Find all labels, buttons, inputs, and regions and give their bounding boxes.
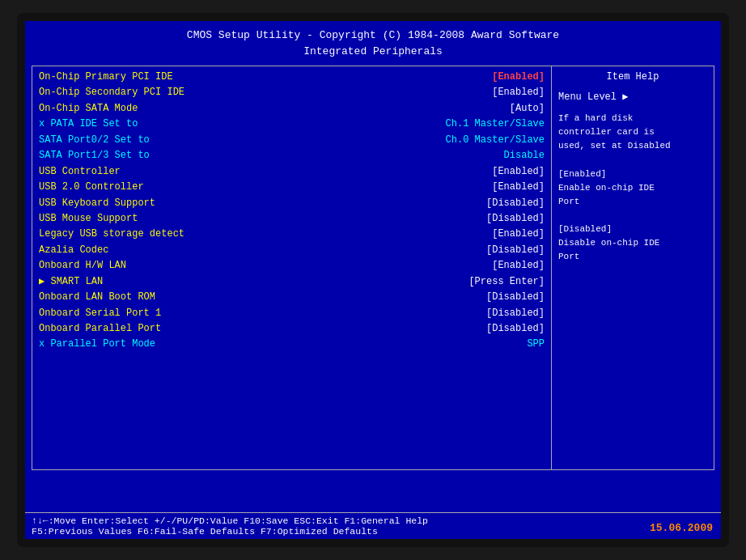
row-value: [Enabled] (492, 180, 545, 195)
left-panel: On-Chip Primary PCI IDE[Enabled]On-Chip … (32, 66, 552, 469)
row-value: Ch.0 Master/Slave (446, 133, 545, 148)
table-row: Onboard H/W LAN[Enabled] (39, 258, 545, 274)
row-label: USB Mouse Support (39, 211, 138, 227)
help-line: used, set at Disabled (558, 139, 707, 153)
table-row: On-Chip SATA Mode[Auto] (39, 101, 545, 117)
help-text: If a hard diskcontroller card isused, se… (558, 112, 707, 264)
row-value: [Enabled] (492, 227, 545, 242)
table-row: Onboard Parallel Port[Disabled] (39, 321, 545, 337)
help-line (558, 154, 707, 168)
help-line: Enable on-chip IDE (558, 181, 707, 195)
help-line: controller card is (558, 125, 707, 139)
row-label: USB 2.0 Controller (39, 180, 144, 195)
row-label: SATA Port1/3 Set to (39, 148, 150, 163)
table-row: SATA Port1/3 Set toDisable (39, 148, 545, 163)
row-value: [Press Enter] (468, 274, 545, 290)
row-label: Onboard Parallel Port (39, 321, 161, 337)
row-label: Legacy USB storage detect (39, 227, 184, 242)
row-value: [Disabled] (486, 290, 545, 305)
row-value: [Disabled] (486, 321, 545, 337)
help-line: If a hard disk (558, 112, 707, 125)
row-label: USB Controller (39, 164, 121, 180)
table-row: x Parallel Port ModeSPP (39, 337, 545, 352)
row-label: ▶ SMART LAN (39, 274, 103, 290)
help-line: Disable on-chip IDE (558, 236, 707, 250)
row-value: [Disabled] (486, 306, 545, 321)
status-line1: ↑↓←:Move Enter:Select +/-/PU/PD:Value F1… (32, 515, 714, 526)
row-value: Disable (504, 148, 545, 163)
monitor-frame: CMOS Setup Utility - Copyright (C) 1984-… (17, 13, 729, 547)
main-area: On-Chip Primary PCI IDE[Enabled]On-Chip … (32, 66, 714, 470)
row-label: Onboard LAN Boot ROM (39, 290, 155, 305)
table-row: Onboard LAN Boot ROM[Disabled] (39, 290, 545, 305)
timestamp: 15.06.2009 (650, 522, 713, 534)
status-text-line2: F5:Previous Values F6:Fail-Safe Defaults… (32, 526, 378, 537)
item-help-title: Item Help (558, 70, 707, 85)
table-row: USB Controller[Enabled] (39, 164, 545, 180)
row-label: USB Keyboard Support (39, 196, 155, 211)
row-value: [Disabled] (486, 243, 545, 258)
row-label: On-Chip Primary PCI IDE (39, 70, 173, 85)
help-line: Port (558, 195, 707, 209)
table-row: USB Mouse Support[Disabled] (39, 211, 545, 227)
row-value: [Enabled] (492, 258, 545, 274)
row-value: Ch.1 Master/Slave (446, 117, 545, 132)
row-value: [Disabled] (486, 211, 545, 227)
row-label: On-Chip SATA Mode (39, 101, 138, 117)
title-line2: Integrated Peripherals (28, 44, 718, 60)
help-line: [Enabled] (558, 168, 707, 181)
right-panel: Item Help Menu Level ▶ If a hard diskcon… (552, 66, 714, 469)
row-value: [Disabled] (486, 196, 545, 211)
row-label: x Parallel Port Mode (39, 337, 155, 352)
table-row: SATA Port0/2 Set toCh.0 Master/Slave (39, 133, 545, 148)
row-value: [Auto] (510, 101, 545, 117)
row-label: x PATA IDE Set to (39, 117, 138, 132)
table-row: USB Keyboard Support[Disabled] (39, 196, 545, 211)
help-line: [Disabled] (558, 223, 707, 236)
table-row: Legacy USB storage detect[Enabled] (39, 227, 545, 242)
row-label: On-Chip Secondary PCI IDE (39, 85, 184, 100)
table-row: Onboard Serial Port 1[Disabled] (39, 306, 545, 321)
status-line2: F5:Previous Values F6:Fail-Safe Defaults… (32, 526, 714, 537)
row-value: [Enabled] (492, 164, 545, 180)
title-bar: CMOS Setup Utility - Copyright (C) 1984-… (25, 21, 721, 62)
row-label: Onboard H/W LAN (39, 258, 126, 274)
row-label: Onboard Serial Port 1 (39, 306, 161, 321)
status-bar: ↑↓←:Move Enter:Select +/-/PU/PD:Value F1… (25, 512, 721, 539)
row-label: Azalia Codec (39, 243, 108, 258)
table-row: On-Chip Primary PCI IDE[Enabled] (39, 70, 545, 85)
table-row: Azalia Codec[Disabled] (39, 243, 545, 258)
table-row: On-Chip Secondary PCI IDE[Enabled] (39, 85, 545, 100)
row-value: SPP (527, 337, 545, 352)
table-row: USB 2.0 Controller[Enabled] (39, 180, 545, 195)
bios-screen: CMOS Setup Utility - Copyright (C) 1984-… (25, 21, 721, 539)
menu-level: Menu Level ▶ (558, 90, 707, 105)
row-value: [Enabled] (492, 70, 545, 85)
title-line1: CMOS Setup Utility - Copyright (C) 1984-… (28, 28, 718, 44)
help-line (558, 209, 707, 223)
help-line: Port (558, 250, 707, 264)
table-row: x PATA IDE Set toCh.1 Master/Slave (39, 117, 545, 132)
status-text-line1: ↑↓←:Move Enter:Select +/-/PU/PD:Value F1… (32, 515, 428, 526)
table-row: ▶ SMART LAN[Press Enter] (39, 274, 545, 290)
row-value: [Enabled] (492, 85, 545, 100)
row-label: SATA Port0/2 Set to (39, 133, 150, 148)
